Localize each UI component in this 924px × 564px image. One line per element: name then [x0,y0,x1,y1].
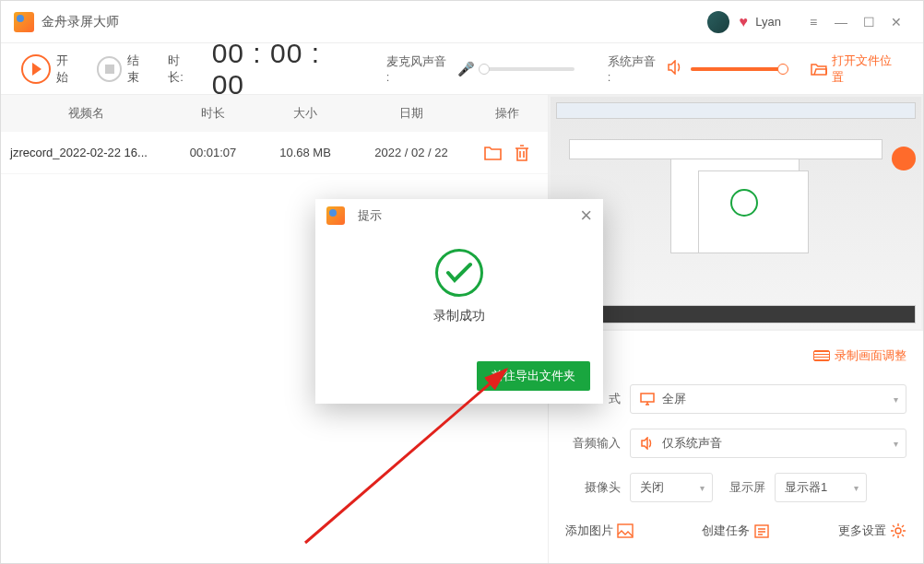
cell-duration: 00:01:07 [172,146,255,159]
mic-volume-slider[interactable] [482,67,574,71]
svg-rect-0 [641,394,654,402]
start-label: 开始 [56,53,80,86]
folder-icon [811,62,827,76]
dialog-close-button[interactable]: × [580,206,592,226]
vip-heart-icon[interactable]: ♥ [735,14,752,30]
app-logo-icon [14,12,34,32]
add-image-button[interactable]: 添加图片 [565,523,634,539]
user-avatar[interactable] [707,11,729,33]
cell-name: jzrecord_2022-02-22 16... [1,146,172,159]
camera-select[interactable]: 关闭▾ [630,473,713,502]
chevron-down-icon: ▾ [894,394,898,405]
cell-size: 10.68 MB [255,146,356,159]
cell-date: 2022 / 02 / 22 [356,146,467,159]
audio-label: 音频输入 [565,435,621,452]
sys-volume-slider[interactable] [691,67,782,71]
titlebar: 金舟录屏大师 ♥ Lyan ≡ — ☐ ✕ [1,1,923,43]
display-select[interactable]: 显示器1▾ [775,473,867,502]
th-date: 日期 [356,95,467,132]
sys-sound-label: 系统声音 : [608,53,662,84]
menu-button[interactable]: ≡ [800,8,827,36]
stop-record-button[interactable] [97,56,123,82]
stop-icon [105,65,114,74]
table-row[interactable]: jzrecord_2022-02-22 16... 00:01:07 10.68… [1,132,548,174]
display-label: 显示屏 [729,479,765,496]
delete-row-icon[interactable] [513,144,531,162]
mode-select[interactable]: 全屏▾ [630,384,906,414]
audio-select[interactable]: 仅系统声音▾ [630,429,906,458]
chevron-down-icon: ▾ [700,483,705,493]
timer-display: 00 : 00 : 00 [212,38,361,100]
table-header: 视频名 时长 大小 日期 操作 [1,95,548,132]
create-task-button[interactable]: 创建任务 [702,523,770,539]
maximize-button[interactable]: ☐ [855,8,883,36]
th-duration: 时长 [172,95,255,132]
tab-adjust-recording[interactable]: 录制画面调整 [813,347,906,364]
duration-label: 时长: [168,53,195,86]
right-panel: 设置 录制画面调整 式 全屏▾ 音频输入 仅系统声音▾ 摄像头 关闭▾ [549,95,923,564]
username: Lyan [755,15,781,29]
speaker-small-icon [640,437,655,450]
speaker-icon [667,60,683,78]
play-icon [32,63,41,76]
go-to-export-folder-button[interactable]: 前往导出文件夹 [477,361,590,391]
chevron-down-icon: ▾ [894,439,898,449]
th-name: 视频名 [1,95,172,132]
dialog-title: 提示 [358,207,382,224]
image-icon [617,523,634,538]
task-icon [753,523,770,538]
th-actions: 操作 [467,95,548,132]
open-folder-button[interactable]: 打开文件位置 [811,53,903,86]
success-check-icon [435,249,483,297]
mic-label: 麦克风声音 : [386,53,453,84]
open-folder-label: 打开文件位置 [832,53,903,86]
dialog-logo-icon [326,206,345,225]
chevron-down-icon: ▾ [854,483,859,493]
monitor-icon [640,393,655,405]
preview-thumbnail[interactable] [549,95,923,331]
app-title: 金舟录屏大师 [41,14,119,30]
minimize-button[interactable]: — [827,8,855,36]
microphone-icon: 🎤 [457,61,475,77]
camera-label: 摄像头 [565,479,621,496]
th-size: 大小 [255,95,356,132]
dialog-message: 录制成功 [315,308,603,324]
open-row-folder-icon[interactable] [483,144,503,162]
toolbar: 开始 结束 时长: 00 : 00 : 00 麦克风声音 : 🎤 系统声音 : … [1,43,923,95]
stop-label: 结束 [127,53,151,86]
close-button[interactable]: ✕ [883,8,910,36]
more-settings-button[interactable]: 更多设置 [838,523,906,539]
start-record-button[interactable] [21,54,51,84]
success-dialog: 提示 × 录制成功 前往导出文件夹 [315,199,603,404]
settings-panel: 设置 录制画面调整 式 全屏▾ 音频输入 仅系统声音▾ 摄像头 关闭▾ [549,331,923,564]
svg-point-3 [895,528,901,534]
gear-icon [890,523,906,539]
